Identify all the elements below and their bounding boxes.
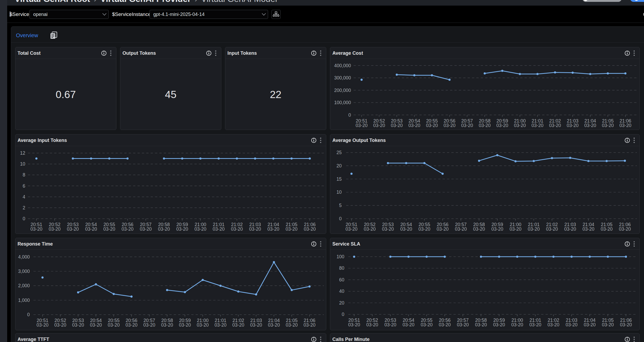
svg-text:6: 6 <box>23 183 25 189</box>
svg-text:03-20: 03-20 <box>37 322 49 328</box>
svg-text:03-20: 03-20 <box>384 322 396 327</box>
svg-text:2,000: 2,000 <box>18 283 30 288</box>
svg-text:03-20: 03-20 <box>346 226 358 232</box>
svg-text:03-20: 03-20 <box>348 322 360 327</box>
svg-text:03-20: 03-20 <box>250 322 262 328</box>
svg-text:03-20: 03-20 <box>382 226 394 232</box>
svg-text:03-20: 03-20 <box>584 322 596 327</box>
svg-text:03-20: 03-20 <box>143 322 155 328</box>
svg-text:03-20: 03-20 <box>158 226 170 232</box>
svg-text:03-20: 03-20 <box>67 226 79 232</box>
svg-text:03-20: 03-20 <box>31 226 43 232</box>
svg-text:03-20: 03-20 <box>140 226 152 232</box>
svg-text:03-20: 03-20 <box>461 123 473 128</box>
svg-text:03-20: 03-20 <box>582 226 594 232</box>
svg-text:20: 20 <box>337 163 342 168</box>
svg-text:03-20: 03-20 <box>373 123 385 128</box>
svg-text:03-20: 03-20 <box>126 322 138 328</box>
svg-text:03-20: 03-20 <box>54 322 66 328</box>
svg-text:0: 0 <box>27 312 30 317</box>
svg-text:10: 10 <box>337 189 342 195</box>
svg-text:03-20: 03-20 <box>304 322 316 328</box>
svg-text:03-20: 03-20 <box>514 123 526 128</box>
svg-text:03-20: 03-20 <box>475 322 487 327</box>
svg-text:40: 40 <box>339 289 345 294</box>
svg-text:100,000: 100,000 <box>334 100 351 105</box>
svg-text:03-20: 03-20 <box>400 226 412 232</box>
svg-text:03-20: 03-20 <box>601 226 613 232</box>
svg-text:100: 100 <box>337 254 344 259</box>
svg-text:03-20: 03-20 <box>418 226 430 232</box>
svg-text:03-20: 03-20 <box>356 123 368 128</box>
svg-text:03-20: 03-20 <box>528 226 540 232</box>
svg-text:1,000: 1,000 <box>18 298 30 303</box>
svg-text:03-20: 03-20 <box>426 123 438 128</box>
svg-text:03-20: 03-20 <box>364 226 376 232</box>
svg-text:03-20: 03-20 <box>620 322 632 327</box>
svg-text:03-20: 03-20 <box>584 123 596 128</box>
svg-text:03-20: 03-20 <box>179 322 191 328</box>
svg-text:03-20: 03-20 <box>444 123 456 128</box>
svg-text:03-20: 03-20 <box>103 226 115 232</box>
svg-text:03-20: 03-20 <box>49 226 61 232</box>
svg-text:03-20: 03-20 <box>457 322 469 327</box>
svg-text:03-20: 03-20 <box>267 226 279 232</box>
svg-text:03-20: 03-20 <box>455 226 467 232</box>
svg-text:03-20: 03-20 <box>548 322 560 327</box>
svg-text:03-20: 03-20 <box>511 322 523 327</box>
svg-text:8: 8 <box>23 172 25 178</box>
svg-text:03-20: 03-20 <box>231 226 243 232</box>
svg-text:03-20: 03-20 <box>108 322 120 328</box>
svg-text:03-20: 03-20 <box>232 322 244 328</box>
svg-text:03-20: 03-20 <box>408 123 420 128</box>
svg-text:03-20: 03-20 <box>268 322 280 328</box>
svg-text:03-20: 03-20 <box>85 226 97 232</box>
svg-text:03-20: 03-20 <box>215 322 227 328</box>
svg-text:03-20: 03-20 <box>567 123 579 128</box>
svg-text:10: 10 <box>20 161 26 167</box>
svg-text:03-20: 03-20 <box>437 226 449 232</box>
svg-text:03-20: 03-20 <box>194 226 206 232</box>
svg-text:3,000: 3,000 <box>18 269 30 274</box>
svg-text:0: 0 <box>339 216 342 221</box>
svg-text:03-20: 03-20 <box>286 226 298 232</box>
svg-text:03-20: 03-20 <box>90 322 102 328</box>
svg-text:12: 12 <box>20 150 25 156</box>
svg-text:03-20: 03-20 <box>549 123 561 128</box>
svg-text:03-20: 03-20 <box>176 226 188 232</box>
svg-text:03-20: 03-20 <box>473 226 485 232</box>
svg-text:15: 15 <box>337 176 342 182</box>
svg-text:4,000: 4,000 <box>18 254 30 260</box>
svg-text:03-20: 03-20 <box>402 322 414 327</box>
svg-text:03-20: 03-20 <box>439 322 451 327</box>
svg-text:03-20: 03-20 <box>213 226 225 232</box>
svg-text:03-20: 03-20 <box>72 322 84 328</box>
svg-text:03-20: 03-20 <box>620 123 632 128</box>
svg-text:03-20: 03-20 <box>249 226 261 232</box>
svg-text:03-20: 03-20 <box>564 226 576 232</box>
svg-text:0: 0 <box>342 312 344 317</box>
svg-text:300,000: 300,000 <box>334 75 351 81</box>
svg-text:03-20: 03-20 <box>391 123 403 128</box>
svg-text:03-20: 03-20 <box>491 226 503 232</box>
svg-text:03-20: 03-20 <box>197 322 209 328</box>
svg-text:60: 60 <box>339 277 345 282</box>
svg-text:03-20: 03-20 <box>532 123 544 128</box>
svg-text:03-20: 03-20 <box>602 322 614 327</box>
svg-text:4: 4 <box>23 194 25 200</box>
svg-text:03-20: 03-20 <box>421 322 433 327</box>
svg-text:03-20: 03-20 <box>479 123 491 128</box>
svg-text:0: 0 <box>23 216 25 221</box>
svg-text:03-20: 03-20 <box>286 322 298 328</box>
svg-text:03-20: 03-20 <box>602 123 614 128</box>
svg-text:2: 2 <box>23 205 25 210</box>
svg-text:03-20: 03-20 <box>122 226 134 232</box>
svg-text:20: 20 <box>339 300 345 306</box>
svg-text:0: 0 <box>348 112 351 118</box>
svg-text:03-20: 03-20 <box>493 322 505 327</box>
svg-text:200,000: 200,000 <box>334 88 351 93</box>
svg-text:03-20: 03-20 <box>304 226 316 232</box>
svg-text:03-20: 03-20 <box>496 123 508 128</box>
svg-text:03-20: 03-20 <box>366 322 378 327</box>
svg-text:80: 80 <box>339 265 345 271</box>
